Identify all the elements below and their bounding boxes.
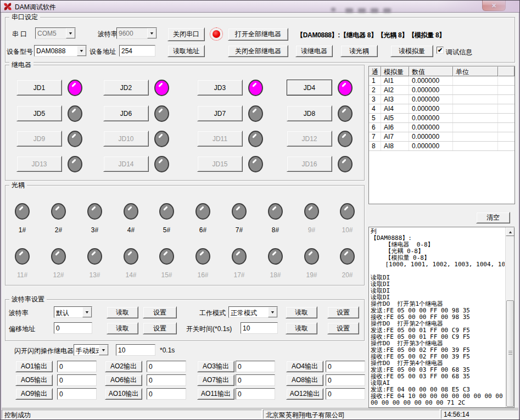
close-button[interactable]: ✕	[482, 1, 506, 11]
work-mode-set-button[interactable]: 设置	[327, 306, 359, 318]
ao1-output-button[interactable]: AO1输出	[15, 361, 53, 372]
table-header-value[interactable]: 数值	[409, 66, 453, 76]
offset-read-button[interactable]: 读取	[107, 322, 138, 334]
relay-button-jd7[interactable]: JD7	[197, 105, 243, 121]
ao11-value-input[interactable]	[236, 388, 275, 400]
opto-label-5: 5#	[154, 226, 180, 234]
port-combobox[interactable]: COM5 ▼	[35, 27, 76, 39]
switch-time-set-button[interactable]: 设置	[327, 322, 359, 334]
ao5-value-input[interactable]	[57, 374, 97, 386]
ao3-value-input[interactable]	[236, 361, 275, 372]
read-analog-button[interactable]: 读模拟量	[390, 45, 433, 57]
switch-time-input[interactable]	[241, 322, 278, 334]
table-row[interactable]: 8AI80.000000	[369, 142, 515, 151]
work-mode-read-button[interactable]: 读取	[286, 306, 317, 318]
work-mode-combobox[interactable]: 正常模式 ▼	[228, 306, 278, 318]
scroll-up-button[interactable]: ▲	[506, 227, 515, 236]
close-all-relays-button[interactable]: 关闭全部继电器	[228, 45, 288, 57]
table-row[interactable]: 1AI10.000000	[369, 76, 515, 86]
opto-led-6	[195, 203, 210, 220]
table-row[interactable]: 4AI40.000000	[369, 104, 515, 114]
log-panel[interactable]: 列 【DAM0888】: 【继电器 0-8】 【光耦 0-8】 【模拟量 0-8…	[368, 227, 515, 408]
relay-button-jd5[interactable]: JD5	[16, 105, 62, 121]
ao4-value-input[interactable]	[326, 361, 365, 372]
flash-mode-combobox[interactable]: 手动模式 ▼	[74, 344, 109, 356]
model-combobox[interactable]: DAM0888 ▼	[34, 45, 87, 57]
log-scrollbar[interactable]: ▲	[505, 227, 514, 407]
table-header-unit[interactable]: 单位	[453, 66, 498, 76]
ao10-value-input[interactable]	[147, 388, 186, 400]
ao6-value-input[interactable]	[147, 374, 186, 386]
ao8-value-input[interactable]	[326, 374, 365, 386]
ao8-output-button[interactable]: AO8输出	[286, 374, 323, 386]
combo-arrow-icon[interactable]: ▼	[99, 345, 108, 355]
combo-arrow-icon[interactable]: ▼	[66, 28, 75, 38]
table-row[interactable]: 5AI50.000000	[369, 114, 515, 123]
relay-button-jd8[interactable]: JD8	[287, 105, 332, 121]
combo-arrow-icon[interactable]: ▼	[77, 46, 86, 56]
open-all-relays-button[interactable]: 打开全部继电器	[228, 28, 288, 41]
table-row[interactable]: 7AI70.000000	[369, 132, 515, 142]
ao10-output-button[interactable]: AO10输出	[105, 388, 142, 400]
opto-label-18: 18#	[262, 271, 288, 279]
offset-set-button[interactable]: 设置	[143, 322, 177, 334]
table-header-analog[interactable]: 模拟量	[381, 66, 409, 76]
ao12-value-input[interactable]	[326, 388, 365, 400]
clear-log-button[interactable]: 清空	[476, 212, 510, 223]
ao9-output-button[interactable]: AO9输出	[15, 388, 53, 400]
ao9-value-input[interactable]	[57, 388, 97, 400]
table-header-channel[interactable]: 通	[369, 66, 381, 76]
offset-address-input[interactable]	[54, 322, 92, 334]
offset-address-label: 偏移地址	[9, 324, 35, 334]
relay-button-jd6[interactable]: JD6	[103, 105, 149, 121]
table-row[interactable]: 3AI30.000000	[369, 95, 515, 104]
opto-led-14	[124, 248, 138, 265]
ao6-output-button[interactable]: AO6输出	[105, 374, 142, 386]
relay-button-jd3[interactable]: JD3	[197, 80, 243, 96]
read-relays-button[interactable]: 读继电器	[295, 45, 333, 57]
cell-value: 0.000000	[409, 132, 453, 141]
ao11-output-button[interactable]: AO11输出	[197, 388, 234, 400]
relay-led-jd14	[154, 156, 169, 172]
baudrate-read-button[interactable]: 读取	[107, 306, 138, 318]
cell-extra	[498, 86, 515, 94]
baud-combobox[interactable]: 9600 ▼	[116, 27, 157, 39]
read-opto-button[interactable]: 读光耦	[340, 45, 378, 57]
cell-value: 0.000000	[409, 114, 453, 122]
table-header-extra[interactable]	[498, 66, 515, 76]
combo-arrow-icon[interactable]: ▼	[268, 307, 277, 317]
ao4-output-button[interactable]: AO4输出	[286, 361, 323, 372]
relay-button-jd12: JD12	[287, 131, 332, 147]
cell-name: AI7	[381, 132, 409, 141]
flash-time-input[interactable]	[116, 344, 155, 356]
ao2-output-button[interactable]: AO2输出	[105, 361, 142, 372]
relay-button-jd2[interactable]: JD2	[103, 80, 149, 96]
ao5-output-button[interactable]: AO5输出	[15, 374, 53, 386]
scroll-up-icon: ▲	[507, 230, 512, 234]
ao1-value-input[interactable]	[57, 361, 97, 372]
status-message: 控制成功	[2, 410, 262, 419]
cell-unit	[453, 104, 498, 113]
relay-button-jd4[interactable]: JD4	[287, 80, 332, 96]
close-serial-button[interactable]: 关闭串口	[167, 27, 205, 41]
switch-time-read-button[interactable]: 读取	[286, 322, 317, 334]
title-bar: DAM调试软件 ✕	[1, 1, 519, 13]
ao7-value-input[interactable]	[236, 374, 275, 386]
opto-led-16	[195, 248, 210, 265]
log-text[interactable]: 列 【DAM0888】: 【继电器 0-8】 【光耦 0-8】 【模拟量 0-8…	[371, 228, 505, 406]
ao2-value-input[interactable]	[147, 361, 186, 372]
baudrate-combobox[interactable]: 默认 ▼	[54, 306, 92, 318]
address-input[interactable]	[119, 45, 155, 57]
debug-info-checkbox[interactable]: ✔	[437, 47, 444, 54]
combo-arrow-icon[interactable]: ▼	[147, 28, 156, 38]
ao12-output-button[interactable]: AO12输出	[286, 388, 323, 400]
read-address-button[interactable]: 读取地址	[167, 45, 205, 57]
relay-button-jd1[interactable]: JD1	[16, 80, 62, 96]
ao7-output-button[interactable]: AO7输出	[197, 374, 234, 386]
table-row[interactable]: 6AI60.000000	[369, 123, 515, 132]
combo-arrow-icon[interactable]: ▼	[82, 307, 92, 317]
table-row[interactable]: 2AI20.000000	[369, 86, 515, 95]
scrollbar-thumb[interactable]	[506, 300, 514, 407]
baudrate-set-button[interactable]: 设置	[143, 306, 177, 318]
ao3-output-button[interactable]: AO3输出	[197, 361, 234, 372]
